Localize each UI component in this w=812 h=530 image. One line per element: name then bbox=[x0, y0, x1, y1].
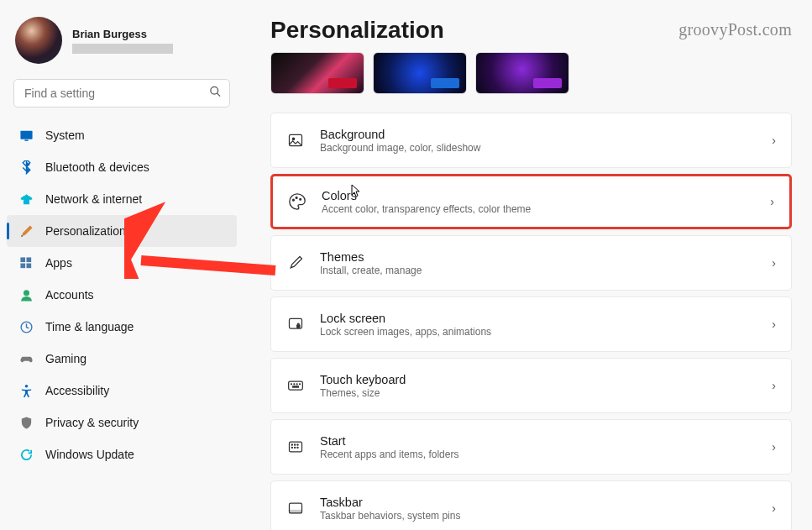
shield-icon bbox=[18, 415, 34, 430]
card-taskbar[interactable]: Taskbar Taskbar behaviors, system pins › bbox=[270, 480, 792, 530]
watermark: groovyPost.com bbox=[678, 20, 792, 39]
profile-info: Brian Burgess bbox=[72, 28, 228, 54]
theme-preview-row bbox=[270, 52, 792, 94]
svg-rect-4 bbox=[20, 257, 25, 262]
card-title: Lock screen bbox=[320, 312, 757, 325]
main-content: Personalization Background Background im… bbox=[244, 0, 812, 530]
svg-rect-18 bbox=[289, 381, 303, 390]
sidebar-item-label: Network & internet bbox=[45, 192, 142, 206]
card-start[interactable]: Start Recent apps and items, folders › bbox=[270, 419, 792, 475]
card-background[interactable]: Background Background image, color, slid… bbox=[270, 113, 792, 168]
svg-rect-5 bbox=[26, 257, 31, 262]
sidebar-item-bluetooth[interactable]: Bluetooth & devices bbox=[7, 151, 237, 183]
card-lock-screen[interactable]: Lock screen Lock screen images, apps, an… bbox=[270, 296, 792, 352]
svg-point-21 bbox=[296, 384, 297, 385]
card-subtitle: Themes, size bbox=[320, 387, 757, 399]
sidebar-item-label: Time & language bbox=[45, 320, 134, 333]
image-icon bbox=[286, 131, 305, 150]
svg-rect-7 bbox=[26, 263, 31, 268]
sidebar-item-network[interactable]: Network & internet bbox=[7, 183, 237, 215]
sidebar-item-label: Apps bbox=[45, 256, 72, 270]
svg-line-1 bbox=[217, 93, 220, 97]
chevron-right-icon: › bbox=[772, 379, 776, 392]
sidebar-item-accounts[interactable]: Accounts bbox=[7, 279, 237, 311]
svg-rect-23 bbox=[293, 386, 299, 387]
card-colors[interactable]: Colors Accent color, transparency effect… bbox=[270, 174, 792, 229]
user-profile[interactable]: Brian Burgess bbox=[7, 13, 237, 76]
person-icon bbox=[18, 287, 34, 302]
theme-thumb-3[interactable] bbox=[475, 52, 569, 94]
gamepad-icon bbox=[18, 351, 34, 366]
svg-point-12 bbox=[292, 138, 295, 140]
sidebar-item-time-language[interactable]: Time & language bbox=[7, 311, 237, 343]
theme-thumb-1[interactable] bbox=[270, 52, 364, 94]
sidebar-item-label: Accounts bbox=[45, 288, 94, 302]
svg-rect-6 bbox=[20, 263, 25, 268]
clock-globe-icon bbox=[18, 319, 34, 334]
bluetooth-icon bbox=[18, 160, 34, 175]
lock-screen-icon bbox=[286, 315, 305, 333]
sidebar: Brian Burgess System Bluetooth & devices bbox=[0, 0, 244, 530]
search-input[interactable] bbox=[13, 79, 230, 108]
wifi-icon bbox=[18, 192, 34, 207]
svg-rect-17 bbox=[297, 325, 300, 328]
svg-point-15 bbox=[300, 198, 301, 200]
card-title: Colors bbox=[322, 189, 755, 202]
sidebar-item-accessibility[interactable]: Accessibility bbox=[7, 375, 237, 407]
theme-thumb-2[interactable] bbox=[373, 52, 467, 94]
settings-list: Background Background image, color, slid… bbox=[270, 113, 792, 530]
svg-point-14 bbox=[296, 197, 297, 199]
svg-point-26 bbox=[295, 444, 296, 445]
card-subtitle: Recent apps and items, folders bbox=[320, 449, 757, 460]
brush-icon bbox=[286, 254, 305, 272]
svg-rect-2 bbox=[20, 130, 32, 139]
sidebar-item-label: Privacy & security bbox=[45, 416, 139, 429]
card-subtitle: Background image, color, slideshow bbox=[320, 142, 757, 154]
svg-point-20 bbox=[294, 384, 295, 385]
search-icon bbox=[209, 86, 222, 102]
taskbar-icon bbox=[286, 499, 305, 517]
profile-email-redacted bbox=[72, 44, 173, 54]
svg-point-30 bbox=[297, 447, 298, 448]
card-title: Taskbar bbox=[320, 496, 757, 509]
nav-list: System Bluetooth & devices Network & int… bbox=[7, 119, 237, 470]
card-subtitle: Accent color, transparency effects, colo… bbox=[322, 203, 755, 215]
svg-point-19 bbox=[291, 384, 292, 385]
card-title: Touch keyboard bbox=[320, 373, 757, 386]
sidebar-item-system[interactable]: System bbox=[7, 119, 237, 151]
profile-name: Brian Burgess bbox=[72, 28, 228, 40]
chevron-right-icon: › bbox=[772, 256, 776, 270]
sidebar-item-personalization[interactable]: Personalization bbox=[7, 215, 237, 247]
sidebar-item-label: Gaming bbox=[45, 352, 86, 365]
start-icon bbox=[286, 438, 305, 456]
card-subtitle: Taskbar behaviors, system pins bbox=[320, 510, 757, 522]
svg-point-22 bbox=[300, 384, 301, 385]
chevron-right-icon: › bbox=[770, 195, 774, 208]
card-subtitle: Install, create, manage bbox=[320, 265, 757, 276]
svg-point-29 bbox=[295, 447, 296, 448]
sidebar-item-windows-update[interactable]: Windows Update bbox=[7, 438, 237, 470]
svg-point-0 bbox=[211, 87, 218, 94]
paintbrush-icon bbox=[18, 223, 34, 239]
avatar bbox=[15, 17, 62, 64]
keyboard-icon bbox=[286, 376, 305, 395]
chevron-right-icon: › bbox=[772, 317, 776, 331]
svg-point-10 bbox=[24, 385, 28, 388]
palette-icon bbox=[288, 192, 306, 211]
sidebar-item-label: Windows Update bbox=[45, 448, 134, 461]
search-wrap bbox=[13, 79, 230, 108]
sidebar-item-apps[interactable]: Apps bbox=[7, 247, 237, 279]
card-title: Themes bbox=[320, 250, 757, 264]
display-icon bbox=[18, 128, 34, 143]
card-title: Start bbox=[320, 434, 757, 448]
card-touch-keyboard[interactable]: Touch keyboard Themes, size › bbox=[270, 358, 792, 413]
chevron-right-icon: › bbox=[772, 134, 776, 147]
card-subtitle: Lock screen images, apps, animations bbox=[320, 326, 757, 338]
sidebar-item-privacy-security[interactable]: Privacy & security bbox=[7, 407, 237, 438]
svg-point-8 bbox=[23, 290, 29, 296]
svg-point-25 bbox=[291, 444, 292, 445]
update-icon bbox=[18, 447, 34, 462]
card-themes[interactable]: Themes Install, create, manage › bbox=[270, 235, 792, 291]
svg-point-27 bbox=[297, 444, 298, 445]
sidebar-item-gaming[interactable]: Gaming bbox=[7, 343, 237, 375]
